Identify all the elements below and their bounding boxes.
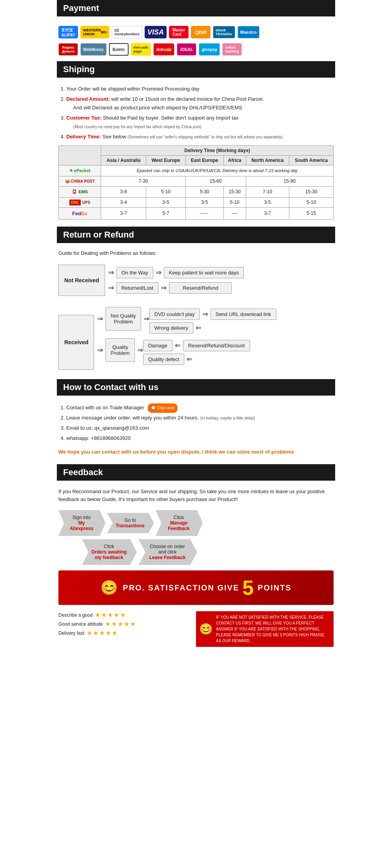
arrow-9: ⇒ — [97, 346, 103, 354]
shipping-point-2: Declared Amount: will write 10 or 15usd … — [66, 95, 334, 112]
contact-point-1: Contact with us on Trade Manager 💬 Chat … — [66, 403, 334, 413]
row-dhl: DHL UPS 3-4 3-5 3-5 5-10 3-5 5-10 — [59, 197, 334, 207]
logo-yandex: ЯндексДеньги — [58, 43, 78, 56]
steps-row-1: Sign intoMyAliexpress Go toTransactions … — [58, 510, 334, 536]
shipping-point-3: Customer Tax: Should be Paid by buyer. S… — [66, 114, 334, 131]
rating-row-2: Good service attitude ★★★★★ — [58, 620, 190, 628]
dhl-north: 3-5 — [246, 197, 289, 207]
carrier-epacket: ✈ ePacket — [59, 165, 101, 176]
return-title: Return or Refund — [57, 227, 335, 243]
feedback-section: Feedback If you Recommand our Product, o… — [57, 464, 335, 653]
logo-visa: VISA — [145, 26, 167, 38]
rating-row-1: Describe a good ★★★★★ — [58, 611, 190, 619]
contact-list: Contact with us on Trade Manager 💬 Chat … — [58, 403, 334, 443]
steps-row-2: ClickOrders awaitingmy feedback Choose o… — [82, 539, 334, 565]
stars-3: ★★★★★ — [87, 629, 118, 637]
arrow-5: ⇒ — [97, 314, 103, 323]
guide-title: Guide for Dealing with Problems as follo… — [58, 250, 334, 256]
banner-number: 5 — [242, 576, 254, 599]
delivery-time-header: Delivery Time (Working days) — [101, 145, 334, 155]
logo-moneybookers: ((((moneybookers — [112, 26, 142, 38]
resend-refund-discount-box: Resend/Refund/Discount — [183, 340, 250, 351]
logo-qiwi: QIWI — [191, 26, 211, 38]
dhl-africa: 5-10 — [223, 197, 246, 207]
ratings-left: Describe a good ★★★★★ Good service attit… — [58, 611, 190, 647]
contact-point-3: Email to us: qx_qianxiang@163.com — [66, 423, 334, 433]
fedex-west: 5-7 — [146, 207, 185, 219]
dhl-west: 3-5 — [146, 197, 185, 207]
carrier-fedex: FedEx — [59, 207, 101, 219]
ems-south: 15-30 — [289, 186, 334, 197]
logo-alipay: 支付宝ALIPAY — [58, 26, 78, 38]
not-received-box: Not Received — [58, 265, 105, 296]
shipping-section: Shiping Your Order will be shipped withi… — [57, 61, 335, 227]
rating-label-3: Delivery fast — [58, 630, 84, 636]
rating-row-3: Delivery fast ★★★★★ — [58, 629, 190, 637]
holiday-note: (In holiday, maybe a little delay) — [200, 416, 255, 420]
col-africa: Africa — [223, 155, 246, 165]
returned-lost-box: Returned/Lost — [116, 282, 159, 294]
payment-logos-row2: ЯндексДеньги WebMoney Boleto mercadopago… — [57, 41, 335, 58]
dhl-east: 3-5 — [185, 197, 223, 207]
fedex-east: ----- — [185, 207, 223, 219]
payment-title: Payment — [57, 0, 335, 16]
logo-webmoney: WebMoney — [80, 43, 107, 56]
received-box: Received — [58, 315, 94, 370]
ratings-section: Describe a good ★★★★★ Good service attit… — [58, 609, 334, 649]
fedex-south: 5-15 — [289, 207, 334, 219]
logo-boleto: Boleto — [109, 43, 129, 56]
feedback-intro: If you Recommand our Product, our Servic… — [58, 488, 334, 504]
chat-badge[interactable]: 💬 Chat now! — [148, 403, 178, 413]
carrier-header — [59, 145, 101, 165]
dhl-asia: 3-4 — [101, 197, 146, 207]
wrong-delivery-box: Wrong delivery — [149, 322, 193, 334]
dvd-box: DVD couldn't play — [149, 309, 200, 320]
send-url-box: Send URL download link — [211, 309, 276, 320]
logo-maestro: Maestro — [238, 26, 260, 38]
ems-north: 7-10 — [246, 186, 289, 197]
chinapost-north: 15-90 — [246, 176, 333, 186]
col-west: West Europe — [146, 155, 185, 165]
logo-giropay: giropay — [199, 43, 220, 56]
arrow-8: ⇐ — [196, 323, 201, 332]
col-south: South America — [289, 155, 334, 165]
shipping-list: Your Order will be shipped within Promis… — [58, 85, 334, 142]
fedex-north: 3-7 — [246, 207, 289, 219]
col-asia: Asia / Australia — [101, 155, 146, 165]
arrow-12: ⇐ — [187, 355, 192, 363]
arrow-11: ⇐ — [175, 341, 181, 350]
stars-2: ★★★★★ — [105, 620, 136, 628]
payment-logos: 支付宝ALIPAY WESTERNUNION WU ((((moneybooke… — [57, 24, 335, 41]
logo-bank: ebankTRANSfer — [213, 26, 235, 38]
satisfaction-banner: 😊 PRO. SATISFACTION GIVE 5 POINTS — [58, 570, 334, 605]
step-2: Go toTransactions — [107, 513, 154, 533]
fedex-africa: ---- — [223, 207, 246, 219]
carrier-dhl: DHL UPS — [59, 197, 101, 207]
damage-box: Damage — [143, 340, 172, 351]
logo-doku: doku💳 — [153, 43, 174, 56]
epacket-note: Epacket can ship to USA/AU/UK/FR/UA/CA, … — [101, 165, 334, 176]
ems-africa: 15-30 — [223, 186, 246, 197]
arrow-10: ⇒ — [137, 346, 143, 354]
col-north: North America — [246, 155, 289, 165]
quality-defect-box: Quality defect — [143, 354, 185, 365]
row-ems: 📮 EMS 3-8 5-10 5-30 15-30 7-10 15-30 — [59, 186, 334, 197]
received-diagram: Received ⇒ Not QualityProblem ⇒ DVD coul… — [58, 305, 334, 370]
ems-east: 5-30 — [185, 186, 223, 197]
ratings-right-text: IF YOU ARE NOT SATISFIED WITH THE SERVIC… — [216, 614, 330, 644]
shipping-point-1: Your Order will be shipped within Promis… — [66, 85, 334, 93]
dhl-south: 5-10 — [289, 197, 334, 207]
step-1: Sign intoMyAliexpress — [58, 510, 105, 536]
not-quality-box: Not QualityProblem — [105, 307, 141, 330]
logo-sofort: sofortbanking — [222, 43, 242, 56]
ems-asia: 3-8 — [101, 186, 146, 197]
chinapost-east: 15-60 — [185, 176, 246, 186]
banner-text1: PRO. SATISFACTION GIVE — [123, 583, 239, 592]
logo-mercado: mercadopago — [131, 43, 151, 56]
logo-ideal: iDEAL — [177, 43, 196, 56]
step-4: ClickOrders awaitingmy feedback — [82, 539, 137, 565]
carrier-chinapost: 📦 CHINA POST — [59, 176, 101, 186]
contact-title: How to Contact with us — [57, 379, 335, 396]
arrow-2: ⇒ — [156, 268, 162, 277]
row-chinapost: 📦 CHINA POST 7-30 15-60 15-90 — [59, 176, 334, 186]
